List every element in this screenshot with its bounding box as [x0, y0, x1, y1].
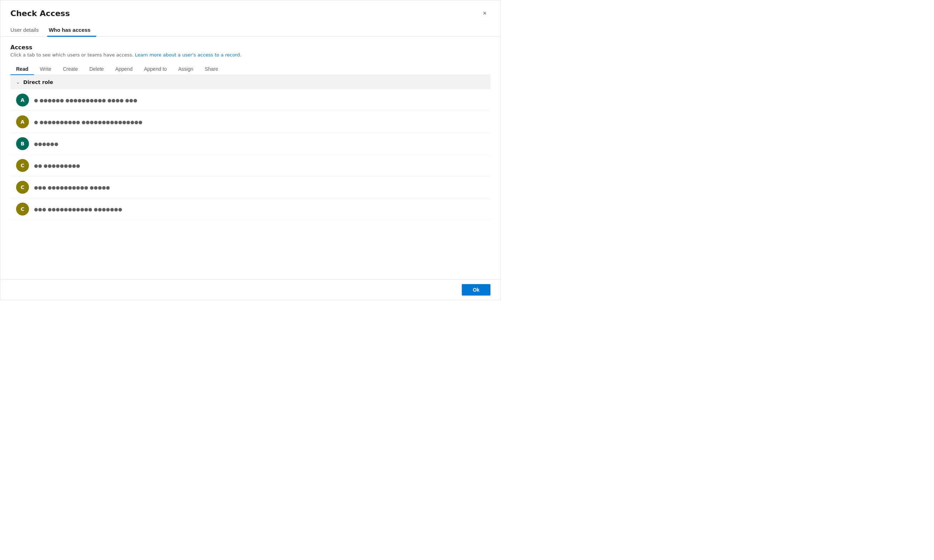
user-name: ●●● ●●●●●●●●●●● ●●●●●●● [34, 206, 122, 212]
access-tabs: Read Write Create Delete Append Append t… [10, 63, 491, 75]
list-item: A● ●●●●●● ●●●●●●●●●● ●●●● ●●● [10, 89, 491, 111]
main-tabs: User details Who has access [0, 23, 500, 37]
list-item: C●●● ●●●●●●●●●●● ●●●●●●● [10, 198, 491, 220]
tab-who-has-access[interactable]: Who has access [47, 23, 96, 37]
access-title: Access [10, 44, 491, 51]
dialog-title: Check Access [10, 9, 70, 18]
list-item: C●● ●●●●●●●●● [10, 155, 491, 177]
access-tab-append-to[interactable]: Append to [138, 63, 173, 75]
chevron-down-icon: ⌄ [16, 80, 20, 85]
avatar: C [16, 203, 29, 215]
dialog-footer: Ok [0, 280, 500, 300]
access-tab-delete[interactable]: Delete [84, 63, 110, 75]
content-area: ⌄ Direct role A● ●●●●●● ●●●●●●●●●● ●●●● … [10, 75, 500, 280]
avatar: B [16, 137, 29, 150]
dialog-header: Check Access × [0, 0, 500, 23]
access-tab-read[interactable]: Read [10, 63, 34, 75]
close-button[interactable]: × [479, 8, 491, 19]
list-item: C●●● ●●●●●●●●●● ●●●●● [10, 177, 491, 198]
learn-more-link[interactable]: Learn more about a user's access to a re… [135, 52, 241, 57]
user-name: ● ●●●●●● ●●●●●●●●●● ●●●● ●●● [34, 98, 137, 103]
access-desc-text: Click a tab to see which users or teams … [10, 52, 133, 57]
direct-role-label: Direct role [23, 79, 53, 85]
check-access-dialog: Check Access × User details Who has acce… [0, 0, 500, 300]
access-description: Click a tab to see which users or teams … [10, 52, 491, 57]
list-item: B●●●●●● [10, 133, 491, 155]
ok-button[interactable]: Ok [462, 284, 491, 295]
avatar: A [16, 94, 29, 106]
user-name: ●● ●●●●●●●●● [34, 163, 80, 168]
access-tab-append[interactable]: Append [110, 63, 138, 75]
direct-role-header[interactable]: ⌄ Direct role [10, 75, 491, 89]
access-tab-create[interactable]: Create [57, 63, 84, 75]
list-item: A● ●●●●●●●●●● ●●●●●●●●●●●●●●● [10, 111, 491, 133]
avatar: A [16, 115, 29, 128]
access-tab-assign[interactable]: Assign [173, 63, 199, 75]
tab-user-details[interactable]: User details [10, 23, 44, 37]
user-name: ●●●●●● [34, 141, 58, 146]
user-name: ●●● ●●●●●●●●●● ●●●●● [34, 185, 110, 190]
user-name: ● ●●●●●●●●●● ●●●●●●●●●●●●●●● [34, 119, 142, 125]
dialog-body: Access Click a tab to see which users or… [0, 37, 500, 280]
access-tab-write[interactable]: Write [34, 63, 57, 75]
user-list: A● ●●●●●● ●●●●●●●●●● ●●●● ●●●A● ●●●●●●●●… [10, 89, 491, 220]
access-tab-share[interactable]: Share [199, 63, 224, 75]
avatar: C [16, 159, 29, 172]
avatar: C [16, 181, 29, 194]
